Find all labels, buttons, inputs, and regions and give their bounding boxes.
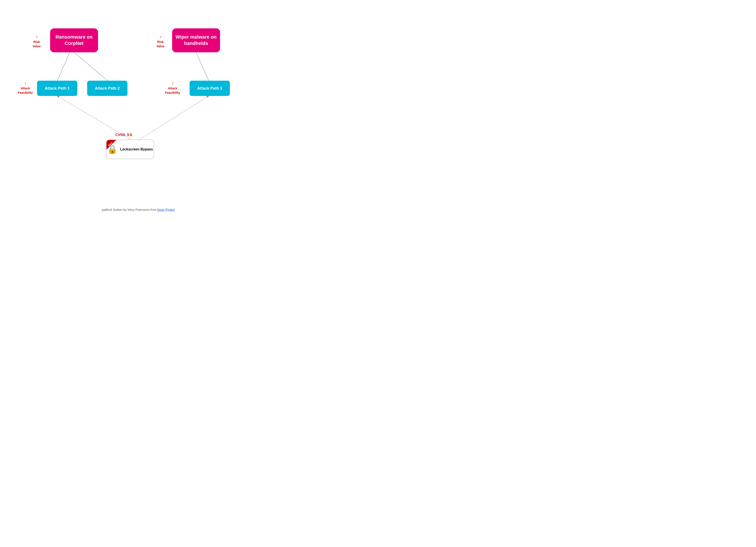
attack-feasibility-label-right: ↑ Attack Feasibility [165,80,180,95]
arrow-up-icon-feasibility-right: ↑ [171,80,174,86]
wiper-label: Wiper malware on handhelds [172,34,220,46]
attack-path-3-node[interactable]: Attack Path 3 [190,81,230,96]
path1-label: Attack Path 1 [45,86,69,91]
svg-line-2 [196,52,209,81]
diagram-container: Ransomware on CorpNet Wiper malware on h… [0,0,277,218]
attack-feasibility-label-left: ↑ Attack Feasibility [18,80,33,95]
arrow-up-icon-feasibility-left: ↑ [24,80,26,86]
svg-line-1 [74,52,107,81]
connection-lines [0,0,277,218]
arrow-up-icon-risk-right: ↑ [159,34,161,40]
ransomware-label: Ransomware on CorpNet [50,34,98,46]
path2-label: Attack Path 2 [95,86,120,91]
attack-path-1-node[interactable]: Attack Path 1 [37,81,77,96]
arrow-up-icon-risk-left: ↑ [36,34,38,40]
new-badge: New [107,140,119,149]
attack-path-2-node[interactable]: Attack Path 2 [87,81,127,96]
path3-label: Attack Path 3 [197,86,222,91]
new-badge-text: New [108,141,113,147]
new-badge-container: New [107,140,120,153]
cvss-label: CVSS: 9.8 [115,133,132,137]
wiper-node[interactable]: Wiper malware on handhelds [172,28,220,52]
svg-line-4 [139,96,209,139]
lockscreen-label: Lockscreen Bypass [120,147,153,152]
noun-project-link[interactable]: Noun Project [157,208,175,211]
svg-line-0 [57,52,70,81]
footer-text: padlock broken by Verry Poernomo from [102,208,157,211]
risk-value-label-right: ↑ Risk Value [156,34,164,48]
risk-value-label-left: ↑ Risk Value [33,34,41,48]
ransomware-node[interactable]: Ransomware on CorpNet [50,28,98,52]
footer: padlock broken by Verry Poernomo from No… [0,208,277,211]
lockscreen-node[interactable]: New 🔒 Lockscreen Bypass [106,139,154,159]
